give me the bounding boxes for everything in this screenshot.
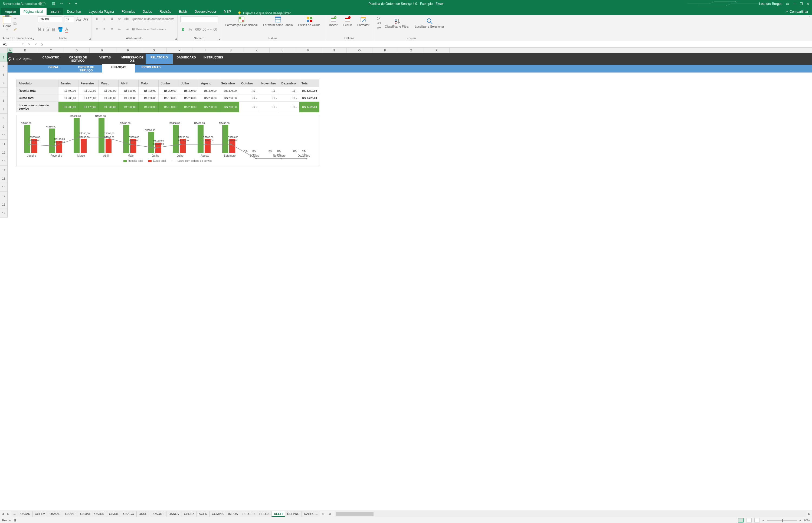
row-header[interactable]: 13 [0, 157, 7, 166]
sheet-tab[interactable]: OSFEV [33, 511, 47, 517]
sheet-nav-prev-icon[interactable]: ◀ [0, 512, 5, 516]
sheet-tab[interactable]: RELOS [257, 511, 272, 517]
nav-cadastro[interactable]: CADASTRO [37, 54, 65, 64]
fx-icon[interactable]: fx [39, 42, 45, 46]
tab-formulas[interactable]: Fórmulas [118, 8, 139, 15]
cell-value[interactable]: R$ 400,00 [199, 87, 219, 94]
zoom-level[interactable]: 90% [804, 519, 810, 522]
align-bottom-icon[interactable]: ⇊ [109, 16, 115, 22]
cell-value[interactable]: R$ 200,00 [219, 94, 239, 102]
row-header[interactable]: 10 [0, 131, 7, 140]
cancel-formula-icon[interactable]: ✕ [26, 42, 33, 46]
insert-cells-button[interactable]: +Inserir [328, 16, 339, 26]
cell-value[interactable]: R$ 200,00 [199, 102, 219, 112]
view-page-layout-icon[interactable] [746, 518, 752, 522]
nav-visitas[interactable]: VISITAS [91, 54, 119, 64]
cell-value[interactable]: R$ 200,00 [98, 94, 118, 102]
nav-dashboard[interactable]: DASHBOARD [173, 54, 200, 64]
cell-value[interactable]: R$ 350,00 [78, 87, 98, 94]
view-page-break-icon[interactable] [754, 518, 760, 522]
cell-value[interactable]: R$ 300,00 [98, 102, 118, 112]
cell-value[interactable]: R$ 500,00 [98, 87, 118, 94]
paste-button[interactable]: Colar ▾ [3, 16, 11, 31]
subnav-problemas[interactable]: PROBLEMAS [135, 64, 167, 73]
cell-value[interactable]: R$ - [259, 87, 279, 94]
add-sheet-icon[interactable]: ⊕ [320, 512, 327, 516]
cell-value[interactable]: R$ 400,00 [179, 87, 199, 94]
align-left-icon[interactable]: ≡ [94, 26, 100, 32]
sheet-tab[interactable]: ... [11, 511, 18, 517]
merge-button[interactable]: ⊞Mesclar e Centralizar▾ [132, 27, 166, 31]
cell-value[interactable]: R$ - [239, 87, 259, 94]
cell-value[interactable]: R$ 400,00 [219, 87, 239, 94]
tab-insert[interactable]: Inserir [47, 8, 63, 15]
tab-view[interactable]: Exibir [175, 8, 191, 15]
inc-decimal-icon[interactable]: .00→ [203, 27, 208, 32]
row-header[interactable]: 15 [0, 174, 7, 183]
sheet-nav-next-icon[interactable]: ▶ [5, 512, 11, 516]
cell-value[interactable]: R$ 200,00 [199, 94, 219, 102]
cell-value[interactable]: R$ 400,00 [58, 87, 78, 94]
row-header[interactable]: 6 [0, 96, 7, 105]
row-header[interactable]: 4 [0, 79, 7, 88]
redo-icon[interactable]: ↷ [68, 2, 70, 6]
cell-value[interactable]: R$ 200,00 [139, 94, 159, 102]
format-cells-button[interactable]: Formatar [356, 16, 371, 26]
cell-value[interactable]: R$ 200,00 [179, 94, 199, 102]
tab-file[interactable]: Arquivo [1, 8, 20, 15]
col-header[interactable]: E [90, 48, 115, 53]
sheet-tab[interactable]: RELPRO [285, 511, 302, 517]
sheet-tab[interactable]: OSAGO [121, 511, 137, 517]
cell-value[interactable]: R$ 400,00 [139, 87, 159, 94]
cell-value[interactable]: R$ - [239, 94, 259, 102]
sheet-tab[interactable]: OSABR [63, 511, 78, 517]
format-painter-icon[interactable]: 🖌 [14, 27, 17, 31]
tab-review[interactable]: Revisão [156, 8, 175, 15]
sheet-tab[interactable]: OSNOV [166, 511, 182, 517]
row-header[interactable]: 14 [0, 166, 7, 174]
finance-chart[interactable]: R$400,00R$200,00R$200,00R$350,00R$175,00… [16, 115, 319, 166]
bold-button[interactable]: N [38, 27, 41, 32]
wrap-text-button[interactable]: ab↵Quebrar Texto Automaticamente [124, 17, 175, 21]
percent-icon[interactable]: % [188, 27, 193, 32]
align-top-icon[interactable]: ⇈ [94, 16, 100, 22]
cut-icon[interactable]: ✂ [14, 17, 17, 20]
col-header[interactable]: N [321, 48, 347, 53]
italic-button[interactable]: I [43, 27, 44, 32]
find-select-button[interactable]: Localizar e Selecionar [413, 18, 446, 28]
tab-msp[interactable]: MSP [220, 8, 235, 15]
col-header[interactable]: C [38, 48, 64, 53]
col-header[interactable]: R [424, 48, 449, 53]
cell-total[interactable]: R$ 1.925,00 [299, 102, 319, 112]
view-normal-icon[interactable] [738, 518, 743, 522]
delete-cells-button[interactable]: -Excluir [341, 16, 353, 26]
dialog-launcher-icon[interactable]: ◢ [175, 38, 177, 40]
sheet-scroll-right-icon[interactable]: ▶ [807, 512, 812, 516]
row-header[interactable]: 12 [0, 148, 7, 157]
sheet-tab[interactable]: AGEN [196, 511, 210, 517]
cell-total[interactable]: R$ 3.650,00 [299, 87, 319, 94]
row-header[interactable]: 11 [0, 140, 7, 148]
indent-dec-icon[interactable]: ⇤ [117, 26, 122, 32]
col-header[interactable]: Q [398, 48, 424, 53]
cell-value[interactable]: R$ 175,00 [78, 102, 98, 112]
row-header[interactable]: 7 [0, 105, 7, 114]
col-header[interactable]: L [269, 48, 295, 53]
cell-value[interactable]: R$ - [279, 87, 299, 94]
col-header[interactable]: G [141, 48, 167, 53]
row-header[interactable]: 17 [0, 192, 7, 200]
row-header[interactable]: 2 [0, 62, 7, 70]
nav-instruções[interactable]: INSTRUÇÕES [200, 54, 227, 64]
cell-value[interactable]: R$ - [259, 94, 279, 102]
cell-value[interactable]: R$ - [279, 94, 299, 102]
subnav-finanças[interactable]: FINANÇAS [102, 64, 135, 73]
col-header[interactable]: A [7, 48, 13, 53]
subnav-geral[interactable]: GERAL [37, 64, 70, 73]
row-header[interactable]: 8 [0, 114, 7, 122]
sheet-tab[interactable]: IMPOS [226, 511, 240, 517]
cell-value[interactable]: R$ 150,00 [159, 102, 179, 112]
sheet-tab[interactable]: OSJUN [92, 511, 107, 517]
sheet-scroll-left-icon[interactable]: ◀ [327, 512, 332, 516]
sheet-tab[interactable]: OSMAI [78, 511, 92, 517]
font-size-select[interactable] [64, 16, 74, 22]
